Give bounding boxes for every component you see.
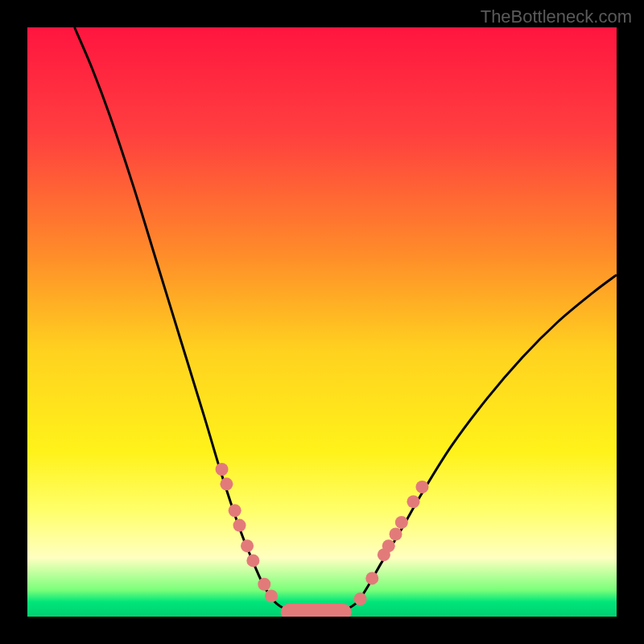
scatter-marker: [354, 592, 367, 605]
scatter-marker: [220, 477, 233, 490]
scatter-marker: [233, 519, 246, 532]
watermark: TheBottleneck.com: [481, 6, 632, 27]
scatter-marker: [258, 578, 270, 591]
scatter-marker: [365, 572, 378, 584]
scatter-marker: [265, 589, 278, 602]
bottom-plateau: [281, 604, 352, 617]
chart-plot-area: [27, 27, 617, 617]
scatter-marker: [415, 481, 428, 493]
scatter-marker: [229, 504, 242, 517]
chart-svg: [27, 27, 617, 617]
scatter-marker: [382, 539, 395, 552]
scatter-marker: [246, 554, 259, 567]
scatter-marker: [407, 495, 419, 508]
scatter-marker: [395, 516, 408, 529]
gradient-background: [27, 27, 617, 617]
scatter-marker: [390, 528, 402, 541]
scatter-marker: [241, 539, 254, 552]
scatter-marker: [216, 463, 229, 476]
